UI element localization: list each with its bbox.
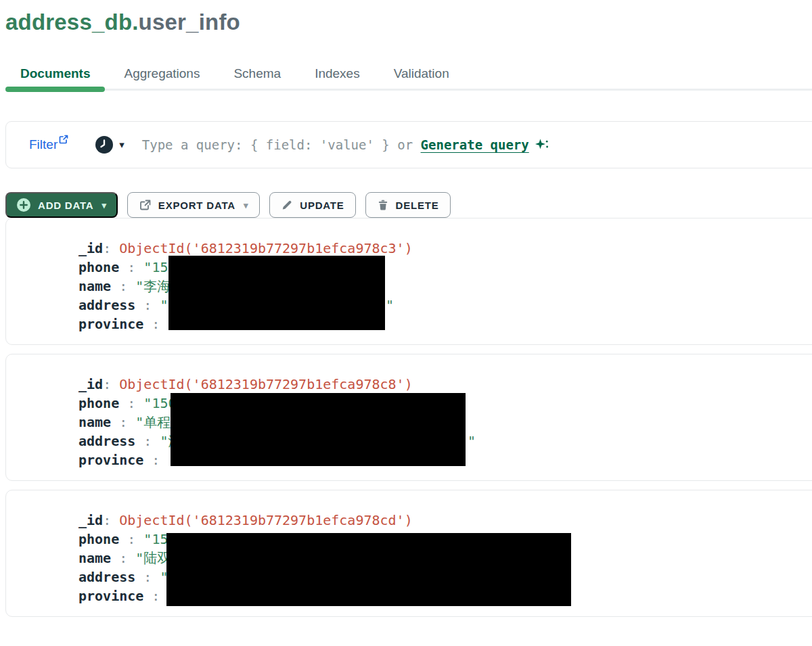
clock-icon	[95, 136, 113, 154]
caret-down-icon: ▾	[102, 200, 107, 210]
field-key: province	[78, 588, 143, 604]
database-name: address_db.	[5, 9, 139, 34]
field-key: address	[78, 297, 135, 313]
export-icon	[139, 199, 152, 212]
query-filter-bar: Filter ▾ Type a query: { field: 'value' …	[5, 121, 812, 168]
delete-button[interactable]: DELETE	[365, 192, 451, 218]
external-link-icon	[58, 137, 68, 144]
field-key: address	[78, 569, 135, 585]
address-closing-quote: "	[468, 432, 476, 451]
query-input[interactable]: Type a query: { field: 'value' } or Gene…	[142, 137, 549, 152]
field-value-string: "陆双	[135, 550, 171, 566]
trash-icon	[377, 199, 389, 211]
field-key: phone	[78, 259, 119, 275]
filter-link[interactable]: Filter	[29, 137, 68, 152]
page-title: address_db.user_info	[5, 9, 812, 35]
export-data-button[interactable]: EXPORT DATA ▾	[127, 192, 260, 218]
query-placeholder: Type a query: { field: 'value' } or	[142, 137, 421, 152]
document-card: _id: ObjectId('6812319b77297b1efca978c3'…	[5, 218, 812, 345]
collection-name: user_info	[139, 9, 240, 34]
query-history-button[interactable]: ▾	[95, 136, 125, 154]
add-data-label: ADD DATA	[38, 200, 94, 211]
tab-bar: Documents Aggregations Schema Indexes Va…	[5, 62, 812, 93]
sparkle-icon	[529, 137, 549, 152]
field-value-string: "单程	[135, 414, 171, 430]
field-key: phone	[78, 395, 119, 411]
tab-divider	[5, 89, 812, 91]
document-card: _id: ObjectId('6812319b77297b1efca978c8'…	[5, 354, 812, 481]
field-key: address	[78, 433, 135, 449]
document-field-row: _id: ObjectId('6812319b77297b1efca978c3'…	[78, 239, 812, 258]
caret-down-icon: ▾	[244, 200, 248, 210]
field-value-objectid: ObjectId('6812319b77297b1efca978c8')	[119, 376, 412, 392]
redaction-box	[168, 256, 385, 330]
redaction-box	[166, 533, 571, 606]
field-key: phone	[78, 531, 119, 547]
address-closing-quote: "	[386, 296, 394, 315]
field-value-objectid: ObjectId('6812319b77297b1efca978c3')	[119, 240, 412, 256]
field-value-string: "	[160, 297, 168, 313]
field-key: _id	[78, 376, 103, 392]
field-value-string: "李海	[135, 278, 171, 294]
export-data-label: EXPORT DATA	[158, 200, 235, 211]
document-field-row: _id: ObjectId('6812319b77297b1efca978cd'…	[78, 511, 812, 530]
field-key: province	[78, 316, 143, 332]
field-key: name	[78, 278, 111, 294]
field-key: name	[78, 414, 111, 430]
document-actions-toolbar: ADD DATA ▾ EXPORT DATA ▾ UPDATE DELE	[5, 192, 812, 218]
tab-documents[interactable]: Documents	[5, 62, 105, 93]
redaction-box	[171, 393, 466, 466]
field-key: _id	[78, 512, 103, 528]
pencil-icon	[281, 199, 293, 211]
field-key: province	[78, 452, 143, 468]
field-value-string: "15	[143, 531, 168, 547]
update-label: UPDATE	[300, 200, 344, 211]
filter-link-label: Filter	[29, 137, 58, 152]
field-value-string: "15	[143, 259, 168, 275]
document-field-row: _id: ObjectId('6812319b77297b1efca978c8'…	[78, 375, 812, 394]
add-data-button[interactable]: ADD DATA ▾	[5, 192, 118, 218]
update-button[interactable]: UPDATE	[269, 192, 355, 218]
field-value-objectid: ObjectId('6812319b77297b1efca978cd')	[119, 512, 412, 528]
field-key: name	[78, 550, 111, 566]
document-card: _id: ObjectId('6812319b77297b1efca978cd'…	[5, 490, 812, 617]
delete-label: DELETE	[396, 200, 439, 211]
plus-circle-icon	[16, 198, 31, 212]
generate-query-link[interactable]: Generate query	[421, 137, 529, 152]
caret-down-icon: ▾	[119, 139, 125, 151]
field-key: _id	[78, 240, 103, 256]
